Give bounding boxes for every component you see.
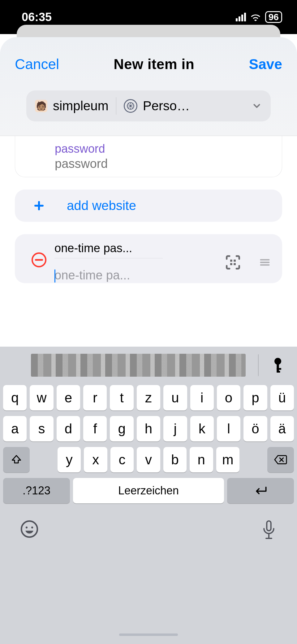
otp-field-card: one-time pas... one-time pa... xyxy=(15,234,282,283)
key-h[interactable]: h xyxy=(137,416,160,441)
svg-rect-14 xyxy=(267,521,271,531)
key-p[interactable]: p xyxy=(243,385,267,410)
svg-point-12 xyxy=(26,527,28,528)
cancel-button[interactable]: Cancel xyxy=(15,56,59,72)
cellular-icon xyxy=(236,13,246,21)
key-k[interactable]: k xyxy=(190,416,214,441)
key-w[interactable]: w xyxy=(30,385,53,410)
key-i[interactable]: i xyxy=(190,385,214,410)
reorder-icon[interactable] xyxy=(259,256,271,269)
divider xyxy=(116,97,116,115)
password-label: password xyxy=(55,142,273,156)
svg-rect-4 xyxy=(234,260,236,262)
status-time: 06:35 xyxy=(22,11,52,24)
svg-point-11 xyxy=(21,521,37,537)
password-input[interactable] xyxy=(55,157,273,171)
otp-placeholder: one-time pa... xyxy=(54,268,130,282)
key-o[interactable]: o xyxy=(217,385,240,410)
key-r[interactable]: r xyxy=(83,385,107,410)
vault-name: Perso… xyxy=(143,99,190,113)
key-j[interactable]: j xyxy=(163,416,187,441)
account-avatar: 🧑🏽 xyxy=(35,100,47,112)
key-l[interactable]: l xyxy=(217,416,240,441)
dictation-key[interactable] xyxy=(260,519,277,541)
svg-rect-8 xyxy=(277,364,279,372)
account-name: simpleum xyxy=(53,99,109,113)
key-ö[interactable]: ö xyxy=(243,416,267,441)
home-indicator[interactable] xyxy=(119,633,178,636)
sheet-header: Cancel New item in Save 🧑🏽 simpleum Pers… xyxy=(0,37,297,136)
svg-rect-9 xyxy=(277,368,281,370)
key-s[interactable]: s xyxy=(30,416,53,441)
key-n[interactable]: n xyxy=(190,447,213,472)
chevron-down-icon xyxy=(252,101,262,111)
svg-rect-10 xyxy=(277,371,280,373)
svg-rect-6 xyxy=(234,263,236,265)
save-button[interactable]: Save xyxy=(249,56,282,72)
numbers-key[interactable]: .?123 xyxy=(3,478,70,503)
collection-selector[interactable]: 🧑🏽 simpleum Perso… xyxy=(26,90,271,121)
key-b[interactable]: b xyxy=(163,447,187,472)
keyboard: qwertzuiopü asdfghjklöä yxcvbnm xyxy=(0,347,297,644)
sheet-title: New item in xyxy=(114,56,194,72)
add-website-label: add website xyxy=(54,198,136,213)
key-z[interactable]: z xyxy=(137,385,160,410)
key-e[interactable]: e xyxy=(57,385,80,410)
shift-key[interactable] xyxy=(3,447,30,472)
divider xyxy=(258,354,259,376)
key-m[interactable]: m xyxy=(216,447,239,472)
remove-icon[interactable] xyxy=(31,252,47,268)
key-t[interactable]: t xyxy=(110,385,133,410)
key-y[interactable]: y xyxy=(58,447,81,472)
password-field-card: password xyxy=(15,136,282,177)
passwords-key-icon[interactable] xyxy=(271,357,285,374)
key-a[interactable]: a xyxy=(3,416,27,441)
key-d[interactable]: d xyxy=(57,416,80,441)
vault-icon xyxy=(124,99,137,113)
key-ü[interactable]: ü xyxy=(270,385,294,410)
svg-rect-3 xyxy=(230,260,232,262)
return-key[interactable] xyxy=(227,478,294,503)
qr-scan-icon[interactable] xyxy=(225,254,241,271)
add-website-card[interactable]: add website xyxy=(15,190,282,222)
plus-icon xyxy=(33,200,45,211)
otp-label: one-time pas... xyxy=(54,242,163,255)
field-underline xyxy=(54,258,163,258)
svg-rect-5 xyxy=(230,263,232,265)
backspace-key[interactable] xyxy=(267,447,294,472)
key-x[interactable]: x xyxy=(84,447,107,472)
text-cursor xyxy=(54,269,55,283)
battery-icon: 96 xyxy=(265,11,282,23)
emoji-key[interactable] xyxy=(20,519,39,539)
space-key[interactable]: Leerzeichen xyxy=(73,478,224,503)
key-ä[interactable]: ä xyxy=(270,416,294,441)
key-v[interactable]: v xyxy=(137,447,160,472)
key-g[interactable]: g xyxy=(110,416,133,441)
otp-input[interactable]: one-time pa... xyxy=(54,268,225,283)
key-c[interactable]: c xyxy=(110,447,134,472)
svg-point-1 xyxy=(129,105,132,107)
key-f[interactable]: f xyxy=(83,416,107,441)
svg-point-13 xyxy=(31,527,33,528)
key-u[interactable]: u xyxy=(163,385,187,410)
suggestion-redacted[interactable] xyxy=(31,354,246,377)
new-item-sheet: Cancel New item in Save 🧑🏽 simpleum Pers… xyxy=(0,37,297,644)
wifi-icon xyxy=(250,12,261,22)
key-q[interactable]: q xyxy=(3,385,27,410)
